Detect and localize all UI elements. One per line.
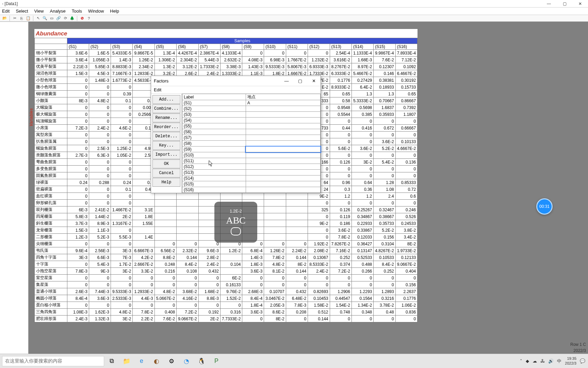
data-cell[interactable]: 0 bbox=[308, 234, 330, 241]
data-cell[interactable]: 0.10707 bbox=[264, 288, 286, 295]
data-cell[interactable]: 0.30192 bbox=[395, 77, 417, 84]
data-cell[interactable]: 0 bbox=[242, 275, 264, 281]
data-cell[interactable]: 1.25E-2 bbox=[111, 145, 133, 152]
factors-place-cell[interactable] bbox=[246, 106, 320, 112]
select-icon[interactable]: ▭ bbox=[49, 16, 54, 21]
data-cell[interactable] bbox=[286, 206, 308, 213]
data-cell[interactable]: 9.76E-2 bbox=[220, 288, 242, 295]
data-cell[interactable]: 0 bbox=[374, 118, 395, 125]
column-header[interactable]: (S11) bbox=[286, 44, 308, 50]
data-cell[interactable]: 0.526 bbox=[395, 213, 417, 220]
row-header[interactable]: 螺旋鱼腥藻 bbox=[35, 145, 67, 152]
data-cell[interactable] bbox=[154, 206, 176, 213]
cut-icon[interactable]: ✂ bbox=[12, 16, 17, 21]
factors-place-cell[interactable] bbox=[246, 135, 320, 141]
data-cell[interactable]: 0.1776 bbox=[395, 295, 417, 302]
ok-button[interactable]: OK bbox=[152, 159, 180, 168]
data-cell[interactable]: 0.3104 bbox=[374, 241, 395, 247]
add-button[interactable]: Add... bbox=[152, 95, 180, 104]
data-cell[interactable]: 6.48E-2 bbox=[286, 295, 308, 302]
data-cell[interactable]: 0 bbox=[89, 111, 111, 118]
combine-button[interactable]: Combine... bbox=[152, 104, 180, 113]
data-cell[interactable]: 2.54E-4 bbox=[330, 50, 352, 57]
data-cell[interactable]: 2.4E-2 bbox=[198, 261, 220, 268]
row-header[interactable]: 极大螺旋藻 bbox=[35, 111, 67, 118]
data-cell[interactable] bbox=[220, 254, 242, 261]
factors-label-cell[interactable]: (S4) bbox=[182, 118, 246, 123]
row-header[interactable]: 龙骨栅藻 bbox=[35, 227, 67, 234]
data-cell[interactable]: 0 bbox=[67, 166, 89, 172]
data-cell[interactable]: 6.56E-2 bbox=[154, 247, 176, 254]
data-cell[interactable]: 0 bbox=[154, 241, 176, 247]
data-cell[interactable]: 0 bbox=[133, 275, 154, 281]
data-cell[interactable] bbox=[154, 200, 176, 206]
data-cell[interactable]: 1.8E bbox=[133, 213, 154, 220]
data-cell[interactable]: 3.6E-3 bbox=[89, 295, 111, 302]
data-cell[interactable]: 2.21E-3 bbox=[67, 63, 89, 70]
data-cell[interactable]: 0.39 bbox=[111, 91, 133, 97]
row-header[interactable]: 双列栅藻 bbox=[35, 206, 67, 213]
link-icon[interactable]: 🔗 bbox=[56, 16, 61, 21]
maximize-button[interactable]: ▢ bbox=[557, 0, 572, 7]
factors-place-cell[interactable] bbox=[246, 170, 320, 175]
data-cell[interactable]: 2E-2 bbox=[111, 213, 133, 220]
data-cell[interactable]: 8.8E-3 bbox=[198, 295, 220, 302]
data-cell[interactable]: 7.8E-2 bbox=[330, 234, 352, 241]
data-cell[interactable]: 0 bbox=[111, 84, 133, 91]
data-cell[interactable]: 7.8933E-4 bbox=[395, 50, 417, 57]
dialog-maximize-button[interactable]: ▢ bbox=[293, 76, 307, 86]
data-cell[interactable]: 3.6E-3 bbox=[242, 268, 264, 275]
data-cell[interactable]: 0.156 bbox=[374, 234, 395, 241]
data-cell[interactable]: 5.85E-3 bbox=[89, 63, 111, 70]
data-cell[interactable]: 0 bbox=[111, 166, 133, 172]
data-cell[interactable]: 0 bbox=[177, 275, 198, 281]
menu-view[interactable]: View bbox=[34, 9, 44, 14]
data-cell[interactable]: 4.8E-2 bbox=[154, 288, 176, 295]
tray-volume-icon[interactable]: 🔊 bbox=[548, 358, 554, 364]
data-cell[interactable]: 8.6E-2 bbox=[264, 309, 286, 316]
factors-place-cell[interactable] bbox=[246, 164, 320, 170]
data-cell[interactable]: 0 bbox=[264, 241, 286, 247]
data-cell[interactable]: 0.18933 bbox=[374, 84, 395, 91]
row-header[interactable]: 寓型席藻 bbox=[35, 132, 67, 138]
tray-clock[interactable]: 19:35 2022/3 bbox=[565, 356, 576, 365]
open-icon[interactable]: 📂 bbox=[2, 16, 7, 21]
data-cell[interactable]: 1.58E-2 bbox=[308, 302, 330, 309]
data-cell[interactable]: 2.632E-2 bbox=[220, 57, 242, 63]
data-cell[interactable]: 4.8E-2 bbox=[111, 309, 133, 316]
data-cell[interactable]: 0 bbox=[67, 91, 89, 97]
data-cell[interactable]: 4.6E-2 bbox=[111, 125, 133, 132]
data-cell[interactable]: 0.24 bbox=[67, 179, 89, 186]
data-cell[interactable]: 5.5E-3 bbox=[111, 234, 133, 241]
data-cell[interactable] bbox=[286, 213, 308, 220]
data-cell[interactable]: 4.5E-3 bbox=[89, 70, 111, 77]
row-header[interactable]: 扒鱼腥藻属 bbox=[35, 138, 67, 145]
tray-ime-icon[interactable]: 中 bbox=[557, 358, 561, 364]
data-cell[interactable]: 5.2E-3 bbox=[89, 234, 111, 241]
data-cell[interactable]: 0 bbox=[330, 152, 352, 159]
data-cell[interactable]: 2.08E-2 bbox=[308, 247, 330, 254]
data-cell[interactable]: 0 bbox=[198, 275, 220, 281]
data-cell[interactable]: 0.22933 bbox=[352, 220, 373, 227]
dialog-minimize-button[interactable]: — bbox=[280, 76, 293, 86]
data-cell[interactable] bbox=[264, 200, 286, 206]
column-header[interactable]: (S2) bbox=[89, 44, 111, 50]
data-cell[interactable]: 0 bbox=[111, 104, 133, 111]
data-cell[interactable]: 0 bbox=[111, 193, 133, 200]
data-cell[interactable]: 1.1807 bbox=[395, 111, 417, 118]
data-cell[interactable]: 0 bbox=[264, 275, 286, 281]
data-cell[interactable]: 7.8267E-2 bbox=[330, 241, 352, 247]
data-cell[interactable]: 0.12307 bbox=[374, 63, 395, 70]
data-cell[interactable]: 7.16E-2 bbox=[330, 247, 352, 254]
menu-analyse[interactable]: Analyse bbox=[50, 9, 66, 14]
data-cell[interactable]: 4.1333E-4 bbox=[220, 50, 242, 57]
tray-app-icon[interactable]: ◆ bbox=[526, 358, 529, 364]
data-cell[interactable]: 1.48E-3 bbox=[89, 77, 111, 84]
delete-button[interactable]: Delete... bbox=[152, 132, 180, 141]
data-cell[interactable]: 1.8E-4 bbox=[242, 302, 264, 309]
data-cell[interactable]: 9.6E-3 bbox=[198, 247, 220, 254]
data-cell[interactable]: 0.24533 bbox=[395, 220, 417, 227]
data-cell[interactable]: 0.488 bbox=[352, 261, 373, 268]
factors-place-cell[interactable] bbox=[246, 175, 320, 181]
data-cell[interactable]: 6.6E-3 bbox=[89, 254, 111, 261]
